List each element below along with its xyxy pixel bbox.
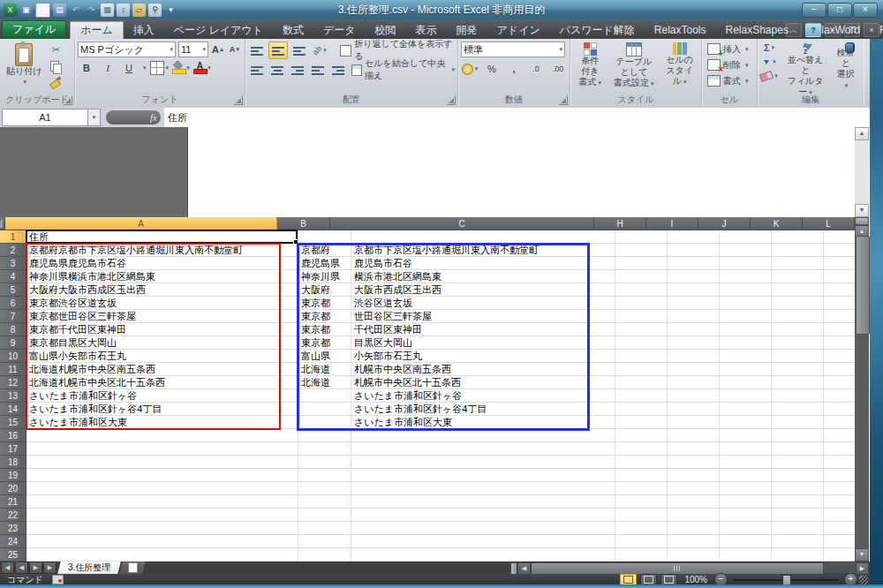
cell-J6[interactable]	[720, 297, 772, 310]
font-dialog-launcher[interactable]	[234, 96, 243, 105]
cell-A23[interactable]	[26, 522, 298, 535]
paste-button[interactable]: 貼り付け ▾	[3, 41, 45, 92]
row-header-25[interactable]: 25	[0, 548, 26, 562]
cell-L22[interactable]	[824, 509, 855, 522]
cell-J10[interactable]	[720, 350, 772, 363]
cell-C17[interactable]	[351, 442, 615, 456]
cell-A22[interactable]	[26, 509, 298, 522]
cell-J11[interactable]	[720, 363, 772, 376]
autosum-button[interactable]: Σ▾	[760, 41, 778, 54]
ribbon-tab-4[interactable]: 数式	[273, 21, 313, 39]
cell-L17[interactable]	[824, 442, 855, 456]
zoom-slider[interactable]	[733, 579, 839, 581]
cell-H6[interactable]	[615, 297, 668, 310]
merge-center-button[interactable]: セルを結合して中央揃え▾	[351, 62, 455, 78]
format-as-table-button[interactable]: テーブルとして 書式設定▾	[608, 41, 661, 92]
ribbon-tab-6[interactable]: 校閲	[366, 21, 406, 39]
cell-K2[interactable]	[772, 244, 824, 257]
cell-H22[interactable]	[615, 509, 668, 522]
cell-I18[interactable]	[668, 456, 720, 469]
collapse-ribbon-icon[interactable]: ︿	[786, 23, 802, 37]
decrease-indent-button[interactable]	[309, 62, 327, 78]
top-align-button[interactable]	[248, 42, 266, 58]
cell-I1[interactable]	[668, 230, 720, 244]
cell-B21[interactable]	[298, 495, 351, 509]
cell-K16[interactable]	[772, 429, 824, 442]
italic-button[interactable]: I	[99, 60, 117, 76]
cell-B23[interactable]	[298, 522, 351, 535]
alignment-dialog-launcher[interactable]	[447, 96, 456, 105]
cell-B16[interactable]	[298, 429, 351, 442]
cell-J1[interactable]	[720, 230, 772, 244]
cell-H12[interactable]	[615, 376, 668, 389]
bottom-align-button[interactable]	[291, 42, 308, 58]
cell-I7[interactable]	[668, 310, 720, 323]
cell-I22[interactable]	[668, 509, 720, 522]
row-header-6[interactable]: 6	[0, 297, 26, 310]
maximize-button[interactable]: □	[827, 3, 852, 18]
next-sheet-button[interactable]: ▶	[29, 562, 42, 574]
cell-C25[interactable]	[351, 548, 615, 562]
cell-I4[interactable]	[668, 270, 720, 283]
row-header-11[interactable]: 11	[0, 363, 26, 376]
ribbon-tab-5[interactable]: データ	[313, 21, 366, 39]
ribbon-tab-home[interactable]: ホーム	[70, 21, 124, 39]
cell-B25[interactable]	[298, 548, 351, 562]
cell-K20[interactable]	[772, 482, 824, 495]
cell-J5[interactable]	[720, 283, 772, 297]
cell-L4[interactable]	[824, 270, 855, 283]
undo-icon[interactable]: ↶	[69, 4, 82, 17]
cell-L15[interactable]	[824, 416, 855, 429]
print-preview-icon[interactable]: ⚲	[148, 4, 162, 17]
prev-sheet-button[interactable]: ◀	[15, 562, 28, 574]
cell-L25[interactable]	[824, 548, 855, 562]
cell-J23[interactable]	[720, 522, 772, 535]
cell-A20[interactable]	[26, 482, 298, 495]
scroll-down-icon[interactable]: ▼	[855, 204, 869, 217]
cell-I5[interactable]	[668, 283, 720, 297]
cell-H17[interactable]	[615, 442, 668, 456]
copy-button[interactable]	[47, 58, 64, 74]
name-box[interactable]: A1	[2, 109, 88, 126]
cell-J2[interactable]	[720, 244, 772, 257]
qat-customize-icon[interactable]: ▾	[164, 4, 177, 17]
cell-L9[interactable]	[824, 336, 855, 350]
cell-K19[interactable]	[772, 469, 824, 482]
cell-L18[interactable]	[824, 456, 855, 469]
row-header-13[interactable]: 13	[0, 389, 26, 403]
save-icon[interactable]: ▤	[53, 4, 66, 17]
cell-J22[interactable]	[720, 509, 772, 522]
row-header-24[interactable]: 24	[0, 535, 26, 548]
cell-I11[interactable]	[668, 363, 720, 376]
cell-J17[interactable]	[720, 442, 772, 456]
ribbon-tab-2[interactable]: 挿入	[124, 21, 164, 39]
fill-color-button[interactable]: ▾	[172, 60, 190, 76]
cell-J8[interactable]	[720, 323, 772, 336]
cell-H11[interactable]	[615, 363, 668, 376]
horizontal-scrollbar[interactable]: ◀ ▶	[510, 562, 869, 573]
cell-C18[interactable]	[351, 456, 615, 469]
new-document-icon[interactable]	[35, 3, 50, 18]
cell-I2[interactable]	[668, 244, 720, 257]
cell-A24[interactable]	[26, 535, 298, 548]
sheet-tab-active[interactable]: 3.住所整理	[57, 562, 121, 574]
cell-I14[interactable]	[668, 403, 720, 416]
cell-L20[interactable]	[824, 482, 855, 495]
cell-K5[interactable]	[772, 283, 824, 297]
cell-L6[interactable]	[824, 297, 855, 310]
cell-K7[interactable]	[772, 310, 824, 323]
cell-J9[interactable]	[720, 336, 772, 350]
cell-K13[interactable]	[772, 389, 824, 403]
redo-icon[interactable]: ↷	[85, 4, 98, 17]
cell-K15[interactable]	[772, 416, 824, 429]
cell-C24[interactable]	[351, 535, 615, 548]
cell-L3[interactable]	[824, 257, 855, 270]
clear-button[interactable]: ▾	[760, 70, 778, 82]
cell-J25[interactable]	[720, 548, 772, 562]
cell-K14[interactable]	[772, 403, 824, 416]
cell-K22[interactable]	[772, 509, 824, 522]
vertical-scrollbar[interactable]: ▲ ▼	[855, 217, 869, 562]
fx-icon[interactable]: fx	[150, 112, 157, 123]
row-header-23[interactable]: 23	[0, 522, 26, 535]
cell-J7[interactable]	[720, 310, 772, 323]
